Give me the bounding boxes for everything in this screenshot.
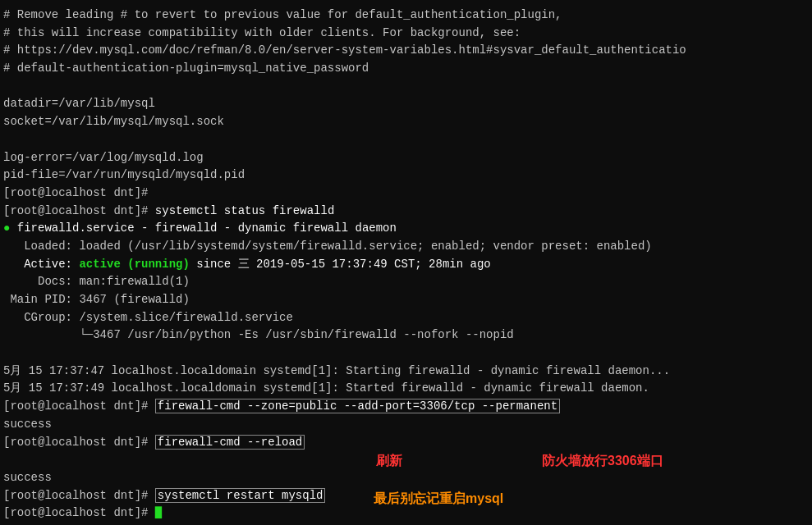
line-26: success [3, 469, 809, 487]
line-2: # this will increase compatibility with … [3, 25, 809, 43]
annotation-firewall-port: 防火墙放行3306端口 [542, 453, 663, 470]
line-14: Loaded: loaded (/usr/lib/systemd/system/… [3, 238, 809, 256]
terminal-output: # Remove leading # to revert to previous… [3, 5, 809, 523]
line-11: [root@localhost dnt]# [3, 185, 809, 203]
line-6: datadir=/var/lib/mysql [3, 95, 809, 113]
line-10: pid-file=/var/run/mysqld/mysqld.pid [3, 167, 809, 185]
line-20 [3, 345, 809, 363]
line-24: success [3, 416, 809, 434]
line-9: log-error=/var/log/mysqld.log [3, 149, 809, 167]
line-8 [3, 131, 809, 149]
line-5 [3, 78, 809, 96]
line-23: [root@localhost dnt]# firewall-cmd --zon… [3, 398, 809, 416]
line-19: └─3467 /usr/bin/python -Es /usr/sbin/fir… [3, 326, 809, 345]
line-18: CGroup: /system.slice/firewalld.service [3, 309, 809, 327]
line-13: ● firewalld.service - firewalld - dynami… [3, 220, 809, 238]
line-4: # default-authentication-plugin=mysql_na… [3, 60, 809, 78]
line-25: [root@localhost dnt]# firewall-cmd --rel… [3, 434, 809, 469]
line-1: # Remove leading # to revert to previous… [3, 7, 809, 25]
line-22: 5月 15 17:37:49 localhost.localdomain sys… [3, 380, 809, 398]
line-21: 5月 15 17:37:47 localhost.localdomain sys… [3, 363, 809, 381]
line-7: socket=/var/lib/mysql/mysql.sock [3, 113, 809, 131]
annotation-restart-mysql: 最后别忘记重启mysql [374, 491, 503, 508]
annotation-refresh: 刷新 [376, 453, 402, 470]
line-3: # https://dev.mysql.com/doc/refman/8.0/e… [3, 42, 809, 60]
line-16: Docs: man:firewalld(1) [3, 273, 809, 291]
line-12: [root@localhost dnt]# systemctl status f… [3, 203, 809, 221]
terminal-window: # Remove leading # to revert to previous… [0, 0, 812, 525]
line-17: Main PID: 3467 (firewalld) [3, 291, 809, 309]
line-15: Active: active (running) since 三 2019-05… [3, 256, 809, 274]
